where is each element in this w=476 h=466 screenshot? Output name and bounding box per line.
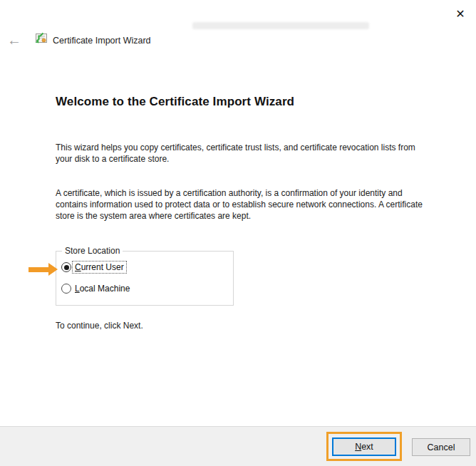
cancel-button-label: Cancel [428,442,455,452]
close-icon[interactable]: ✕ [452,6,469,23]
back-arrow-icon[interactable]: ← [6,31,23,48]
continue-hint: To continue, click Next. [56,321,143,331]
radio-current-user[interactable]: Current User [61,262,126,273]
radio-local-machine[interactable]: Local Machine [61,283,132,294]
page-title: Welcome to the Certificate Import Wizard [56,95,426,109]
store-location-groupbox: Store Location Current User Local Machin… [56,251,234,306]
store-location-legend: Store Location [62,246,123,256]
artifact-smudge-top [192,22,369,29]
description-paragraph: A certificate, which is issued by a cert… [56,187,432,222]
annotation-arrow-icon [29,267,48,272]
radio-current-user-label: Current User [73,262,126,273]
radio-local-machine-label: Local Machine [73,283,132,294]
certificate-wizard-icon [34,31,48,46]
intro-paragraph: This wizard helps you copy certificates,… [56,142,432,165]
cancel-button[interactable]: Cancel [412,438,470,456]
radio-button-icon-selected[interactable] [61,262,71,272]
annotation-arrow-head-icon [48,263,58,276]
next-button-label: Next [355,442,373,452]
footer-bar [0,427,476,466]
wizard-title: Certificate Import Wizard [53,36,151,46]
next-button[interactable]: Next [332,437,396,456]
radio-button-icon-unselected[interactable] [61,284,71,294]
